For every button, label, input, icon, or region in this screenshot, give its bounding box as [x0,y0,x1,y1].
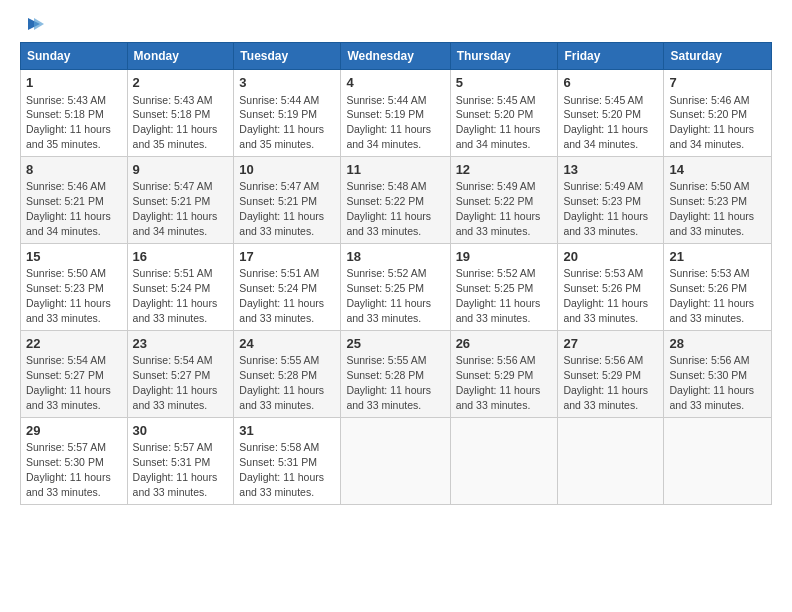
day-info: Sunrise: 5:50 AMSunset: 5:23 PMDaylight:… [26,267,111,324]
day-number: 9 [133,161,229,179]
calendar-cell: 26Sunrise: 5:56 AMSunset: 5:29 PMDayligh… [450,330,558,417]
day-number: 27 [563,335,658,353]
day-info: Sunrise: 5:56 AMSunset: 5:29 PMDaylight:… [456,354,541,411]
day-info: Sunrise: 5:49 AMSunset: 5:23 PMDaylight:… [563,180,648,237]
week-row-1: 1Sunrise: 5:43 AMSunset: 5:18 PMDaylight… [21,70,772,157]
calendar-cell: 7Sunrise: 5:46 AMSunset: 5:20 PMDaylight… [664,70,772,157]
logo-icon [22,16,44,32]
day-number: 6 [563,74,658,92]
week-row-5: 29Sunrise: 5:57 AMSunset: 5:30 PMDayligh… [21,417,772,504]
calendar-cell: 17Sunrise: 5:51 AMSunset: 5:24 PMDayligh… [234,243,341,330]
day-info: Sunrise: 5:49 AMSunset: 5:22 PMDaylight:… [456,180,541,237]
day-info: Sunrise: 5:54 AMSunset: 5:27 PMDaylight:… [133,354,218,411]
day-number: 3 [239,74,335,92]
calendar-cell [341,417,450,504]
calendar-cell: 20Sunrise: 5:53 AMSunset: 5:26 PMDayligh… [558,243,664,330]
calendar-cell: 23Sunrise: 5:54 AMSunset: 5:27 PMDayligh… [127,330,234,417]
calendar-cell: 4Sunrise: 5:44 AMSunset: 5:19 PMDaylight… [341,70,450,157]
calendar-cell: 5Sunrise: 5:45 AMSunset: 5:20 PMDaylight… [450,70,558,157]
calendar-cell [558,417,664,504]
calendar-cell: 31Sunrise: 5:58 AMSunset: 5:31 PMDayligh… [234,417,341,504]
calendar-cell: 8Sunrise: 5:46 AMSunset: 5:21 PMDaylight… [21,156,128,243]
calendar-cell: 1Sunrise: 5:43 AMSunset: 5:18 PMDaylight… [21,70,128,157]
calendar-body: 1Sunrise: 5:43 AMSunset: 5:18 PMDaylight… [21,70,772,505]
day-number: 28 [669,335,766,353]
day-info: Sunrise: 5:46 AMSunset: 5:21 PMDaylight:… [26,180,111,237]
day-info: Sunrise: 5:47 AMSunset: 5:21 PMDaylight:… [133,180,218,237]
day-number: 2 [133,74,229,92]
calendar-table: SundayMondayTuesdayWednesdayThursdayFrid… [20,42,772,505]
calendar-cell: 3Sunrise: 5:44 AMSunset: 5:19 PMDaylight… [234,70,341,157]
calendar-cell [450,417,558,504]
day-info: Sunrise: 5:46 AMSunset: 5:20 PMDaylight:… [669,94,754,151]
day-number: 26 [456,335,553,353]
calendar-cell: 2Sunrise: 5:43 AMSunset: 5:18 PMDaylight… [127,70,234,157]
header-day-wednesday: Wednesday [341,43,450,70]
day-number: 19 [456,248,553,266]
calendar-cell: 11Sunrise: 5:48 AMSunset: 5:22 PMDayligh… [341,156,450,243]
day-info: Sunrise: 5:57 AMSunset: 5:30 PMDaylight:… [26,441,111,498]
calendar-cell: 27Sunrise: 5:56 AMSunset: 5:29 PMDayligh… [558,330,664,417]
calendar-cell: 15Sunrise: 5:50 AMSunset: 5:23 PMDayligh… [21,243,128,330]
calendar-cell: 10Sunrise: 5:47 AMSunset: 5:21 PMDayligh… [234,156,341,243]
header-day-tuesday: Tuesday [234,43,341,70]
calendar-header: SundayMondayTuesdayWednesdayThursdayFrid… [21,43,772,70]
day-info: Sunrise: 5:56 AMSunset: 5:29 PMDaylight:… [563,354,648,411]
day-info: Sunrise: 5:57 AMSunset: 5:31 PMDaylight:… [133,441,218,498]
day-number: 7 [669,74,766,92]
calendar-cell: 30Sunrise: 5:57 AMSunset: 5:31 PMDayligh… [127,417,234,504]
day-info: Sunrise: 5:53 AMSunset: 5:26 PMDaylight:… [669,267,754,324]
day-number: 8 [26,161,122,179]
day-number: 14 [669,161,766,179]
week-row-2: 8Sunrise: 5:46 AMSunset: 5:21 PMDaylight… [21,156,772,243]
header-day-thursday: Thursday [450,43,558,70]
day-info: Sunrise: 5:44 AMSunset: 5:19 PMDaylight:… [346,94,431,151]
calendar-cell: 21Sunrise: 5:53 AMSunset: 5:26 PMDayligh… [664,243,772,330]
day-number: 15 [26,248,122,266]
day-number: 16 [133,248,229,266]
day-info: Sunrise: 5:53 AMSunset: 5:26 PMDaylight:… [563,267,648,324]
day-number: 25 [346,335,444,353]
day-number: 18 [346,248,444,266]
day-info: Sunrise: 5:56 AMSunset: 5:30 PMDaylight:… [669,354,754,411]
header-day-friday: Friday [558,43,664,70]
calendar-cell: 28Sunrise: 5:56 AMSunset: 5:30 PMDayligh… [664,330,772,417]
day-info: Sunrise: 5:58 AMSunset: 5:31 PMDaylight:… [239,441,324,498]
day-number: 13 [563,161,658,179]
day-info: Sunrise: 5:51 AMSunset: 5:24 PMDaylight:… [133,267,218,324]
day-info: Sunrise: 5:45 AMSunset: 5:20 PMDaylight:… [456,94,541,151]
day-number: 1 [26,74,122,92]
day-number: 11 [346,161,444,179]
day-info: Sunrise: 5:48 AMSunset: 5:22 PMDaylight:… [346,180,431,237]
calendar-cell [664,417,772,504]
day-info: Sunrise: 5:51 AMSunset: 5:24 PMDaylight:… [239,267,324,324]
day-info: Sunrise: 5:55 AMSunset: 5:28 PMDaylight:… [346,354,431,411]
day-info: Sunrise: 5:54 AMSunset: 5:27 PMDaylight:… [26,354,111,411]
week-row-3: 15Sunrise: 5:50 AMSunset: 5:23 PMDayligh… [21,243,772,330]
day-info: Sunrise: 5:47 AMSunset: 5:21 PMDaylight:… [239,180,324,237]
day-number: 12 [456,161,553,179]
calendar-cell: 12Sunrise: 5:49 AMSunset: 5:22 PMDayligh… [450,156,558,243]
calendar-cell: 16Sunrise: 5:51 AMSunset: 5:24 PMDayligh… [127,243,234,330]
day-info: Sunrise: 5:52 AMSunset: 5:25 PMDaylight:… [456,267,541,324]
calendar-cell: 24Sunrise: 5:55 AMSunset: 5:28 PMDayligh… [234,330,341,417]
header-day-sunday: Sunday [21,43,128,70]
day-number: 22 [26,335,122,353]
day-number: 24 [239,335,335,353]
calendar-cell: 9Sunrise: 5:47 AMSunset: 5:21 PMDaylight… [127,156,234,243]
day-number: 4 [346,74,444,92]
page-header [20,16,772,32]
calendar-cell: 29Sunrise: 5:57 AMSunset: 5:30 PMDayligh… [21,417,128,504]
day-number: 10 [239,161,335,179]
header-day-monday: Monday [127,43,234,70]
svg-marker-1 [34,18,44,30]
day-info: Sunrise: 5:45 AMSunset: 5:20 PMDaylight:… [563,94,648,151]
week-row-4: 22Sunrise: 5:54 AMSunset: 5:27 PMDayligh… [21,330,772,417]
calendar-cell: 6Sunrise: 5:45 AMSunset: 5:20 PMDaylight… [558,70,664,157]
day-number: 31 [239,422,335,440]
day-number: 30 [133,422,229,440]
day-info: Sunrise: 5:55 AMSunset: 5:28 PMDaylight:… [239,354,324,411]
calendar-cell: 18Sunrise: 5:52 AMSunset: 5:25 PMDayligh… [341,243,450,330]
day-info: Sunrise: 5:43 AMSunset: 5:18 PMDaylight:… [26,94,111,151]
logo [20,16,44,32]
